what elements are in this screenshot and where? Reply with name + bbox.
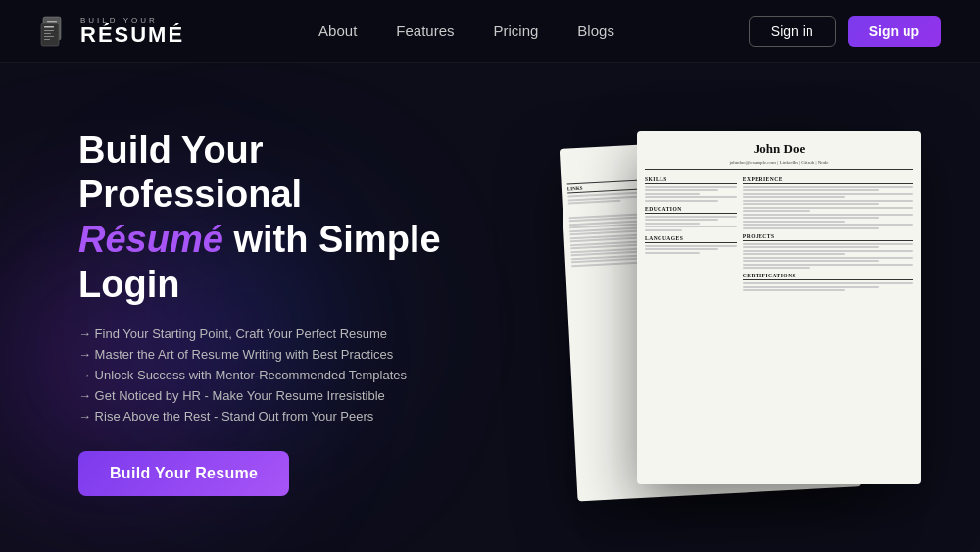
education-section-title: Education bbox=[645, 206, 737, 214]
svg-rect-8 bbox=[44, 30, 54, 31]
resume-card-front: John Doe johndoe@example.com | LinkedIn … bbox=[637, 131, 921, 484]
logo-icon bbox=[39, 15, 73, 48]
hero-title-line2: with Simple bbox=[223, 219, 441, 260]
hero-title-line3: Login bbox=[78, 264, 179, 305]
svg-rect-1 bbox=[47, 21, 57, 23]
svg-rect-10 bbox=[44, 36, 54, 37]
navbar: BUILD YOUR RÉSUMÉ About Features Pricing… bbox=[0, 0, 980, 63]
resume-front-inner: John Doe johndoe@example.com | LinkedIn … bbox=[637, 131, 921, 484]
bullet-1: → Find Your Starting Point, Craft Your P… bbox=[78, 326, 490, 341]
resume-divider bbox=[645, 169, 913, 170]
svg-rect-11 bbox=[44, 39, 50, 40]
skills-section-title: Skills bbox=[645, 176, 737, 184]
nav-link-features[interactable]: Features bbox=[396, 23, 454, 39]
bullet-4: → Get Noticed by HR - Make Your Resume I… bbox=[78, 388, 490, 403]
nav-links: About Features Pricing Blogs bbox=[318, 23, 614, 39]
hero-section: Build Your Professional Résumé with Simp… bbox=[0, 63, 980, 552]
bullet-3: → Unlock Success with Mentor-Recommended… bbox=[78, 368, 490, 382]
resume-right-col: Experience Project bbox=[743, 173, 913, 293]
hero-title-line1: Build Your Professional bbox=[78, 129, 302, 216]
bullet-5: → Rise Above the Rest - Stand Out from Y… bbox=[78, 409, 490, 424]
resume-front-contact: johndoe@example.com | LinkedIn | Github … bbox=[645, 159, 913, 166]
bullet-2: → Master the Art of Resume Writing with … bbox=[78, 347, 490, 362]
svg-rect-9 bbox=[44, 33, 51, 34]
logo[interactable]: BUILD YOUR RÉSUMÉ bbox=[39, 15, 184, 48]
build-resume-button[interactable]: Build Your Resume bbox=[78, 451, 289, 496]
resume-front-name: John Doe bbox=[645, 141, 913, 157]
nav-link-about[interactable]: About bbox=[318, 23, 357, 39]
nav-link-pricing[interactable]: Pricing bbox=[494, 23, 539, 39]
hero-title: Build Your Professional Résumé with Simp… bbox=[78, 128, 490, 307]
hero-title-highlight: Résumé bbox=[78, 219, 223, 260]
logo-text: BUILD YOUR RÉSUMÉ bbox=[80, 17, 184, 46]
certifications-section-title: Certifications bbox=[743, 273, 913, 280]
logo-resume-label: RÉSUMÉ bbox=[80, 25, 184, 46]
languages-section-title: Languages bbox=[645, 235, 737, 243]
nav-actions: Sign in Sign up bbox=[749, 16, 941, 47]
hero-content: Build Your Professional Résumé with Simp… bbox=[78, 128, 490, 496]
resume-preview: John Doe johndoe@example.com | +1 234 56… bbox=[549, 131, 921, 494]
experience-section-title: Experience bbox=[743, 176, 913, 184]
hero-bullets: → Find Your Starting Point, Craft Your P… bbox=[78, 326, 490, 424]
signup-button[interactable]: Sign up bbox=[848, 16, 941, 47]
nav-link-blogs[interactable]: Blogs bbox=[577, 23, 614, 39]
projects-section-title: Projects bbox=[743, 233, 913, 241]
signin-button[interactable]: Sign in bbox=[749, 16, 836, 47]
resume-columns: Skills Education Languages bbox=[645, 173, 913, 293]
svg-rect-7 bbox=[44, 26, 54, 28]
resume-left-col: Skills Education Languages bbox=[645, 173, 737, 293]
